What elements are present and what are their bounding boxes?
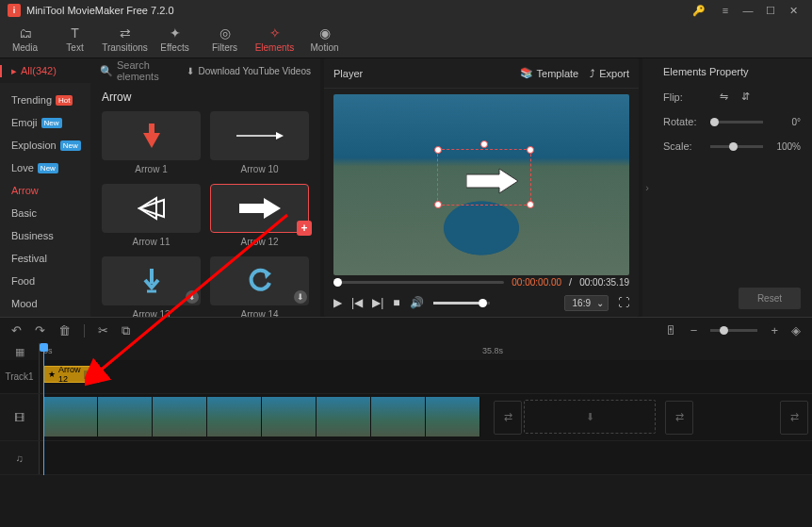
properties-title: Elements Property [663,66,801,77]
library-all-tab[interactable]: ▸ All(342) [0,65,90,77]
flip-horizontal-button[interactable]: ⇋ [720,91,728,103]
audio-tool-button[interactable]: 🎚 [665,323,677,338]
transitions-icon: ⇄ [120,25,131,41]
time-total: 00:00:35.19 [579,277,629,288]
element-label: Arrow 13 [132,309,170,317]
audio-track[interactable] [40,441,812,474]
category-food[interactable]: Food [0,270,90,292]
category-love[interactable]: LoveNew [0,156,90,179]
export-button[interactable]: ⤴Export [590,68,629,79]
tab-effects[interactable]: ✦Effects [150,21,200,58]
search-input[interactable]: 🔍Search elements [90,59,187,82]
category-nature[interactable]: Nature [0,315,90,317]
volume-slider[interactable] [433,302,490,305]
video-clip[interactable] [43,397,480,436]
category-festival[interactable]: Festival [0,247,90,270]
element-card[interactable]: Arrow 1 [102,111,201,174]
timeline-ruler[interactable]: 0s 35.8s [40,343,812,360]
timeline-toolbar: ↶ ↷ 🗑 ✂ ⧉ 🎚 − + ◈ [0,317,812,343]
zoom-fit-button[interactable]: ◈ [791,323,801,338]
svg-rect-5 [239,204,264,213]
scale-slider[interactable] [710,145,763,148]
rotate-slider[interactable] [710,121,763,124]
title-bar: i MiniTool MovieMaker Free 7.2.0 🔑 ≡ — ☐… [0,0,812,21]
category-explosion[interactable]: ExplosionNew [0,134,90,156]
element-card[interactable]: ⬇Arrow 13 [102,256,201,317]
download-icon: ⬇ [187,66,194,76]
player-panel: Player 📚Template ⤴Export 00:00:00.00 / 0… [324,58,639,317]
rotate-value: 0° [771,117,801,127]
transition-slot-button[interactable]: ⇄ [665,401,693,435]
preview-canvas[interactable] [333,94,629,275]
svg-marker-8 [466,169,518,193]
reset-button[interactable]: Reset [739,288,801,309]
crop-button[interactable]: ⧉ [122,323,130,338]
element-card[interactable]: ⬇Arrow 14 [210,256,309,317]
flip-vertical-button[interactable]: ⇵ [741,91,750,103]
playhead[interactable] [43,343,44,475]
category-mood[interactable]: Mood [0,292,90,315]
redo-button[interactable]: ↷ [35,323,45,338]
category-trending[interactable]: TrendingHot [0,89,90,111]
tab-text[interactable]: TText [50,21,100,58]
close-button[interactable]: ✕ [782,2,804,19]
add-element-button[interactable]: + [297,221,312,236]
element-card[interactable]: Arrow 11 [102,184,201,247]
maximize-button[interactable]: ☐ [759,2,782,19]
panel-collapse-button[interactable]: › [642,58,652,317]
tab-filters[interactable]: ◎Filters [200,21,250,58]
effects-icon: ✦ [170,25,181,41]
undo-button[interactable]: ↶ [11,323,22,338]
svg-marker-2 [276,132,284,140]
group-title: Arrow [102,91,309,104]
menu-icon[interactable]: ≡ [714,2,737,19]
download-youtube-button[interactable]: ⬇Download YouTube Videos [187,66,320,76]
minimize-button[interactable]: — [737,2,759,19]
volume-icon[interactable]: 🔊 [410,296,424,309]
transition-slot-button[interactable]: ⇄ [780,401,808,435]
stop-button[interactable]: ■ [393,296,399,309]
drop-zone[interactable]: ⬇ [524,400,656,434]
aspect-ratio-select[interactable]: 16:9 ⌄ [564,295,609,311]
category-emoji[interactable]: EmojiNew [0,111,90,134]
zoom-slider[interactable] [710,329,757,332]
progress-bar[interactable]: 00:00:00.00 / 00:00:35.19 [324,275,639,288]
player-title: Player [333,68,363,79]
download-badge[interactable]: ⬇ [294,290,307,304]
element-card[interactable]: +Arrow 12 [210,184,309,247]
template-button[interactable]: 📚Template [520,67,579,79]
arrow-overlay[interactable] [466,167,523,195]
zoom-in-button[interactable]: + [771,323,778,338]
export-icon: ⤴ [590,68,595,79]
category-basic[interactable]: Basic [0,202,90,224]
element-label: Arrow 1 [135,164,167,174]
tab-transitions[interactable]: ⇄Transitions [100,21,150,58]
fullscreen-button[interactable]: ⛶ [618,296,629,309]
element-card[interactable]: Arrow 10 [210,111,309,174]
folder-icon: 🗂 [19,25,32,41]
category-arrow[interactable]: Arrow [0,179,90,202]
chevron-down-icon: ⌄ [596,298,604,308]
category-business[interactable]: Business [0,224,90,247]
text-icon: T [71,25,79,41]
tab-motion[interactable]: ◉Motion [300,21,349,58]
library-panel: ▸ All(342) 🔍Search elements ⬇Download Yo… [0,58,320,317]
transition-slot-button[interactable]: ⇄ [494,401,522,435]
download-badge[interactable]: ⬇ [186,290,199,304]
timeline: ▦ 0s 35.8s Track1 ★ Arrow 12 5s 🎞 ⇄ ⬇ ⇄ … [0,343,812,475]
split-button[interactable]: ✂ [98,323,108,338]
license-key-icon[interactable]: 🔑 [688,2,710,19]
delete-button[interactable]: 🗑 [58,323,71,338]
tab-media[interactable]: 🗂Media [0,21,50,58]
element-clip[interactable]: ★ Arrow 12 5s [43,366,100,383]
prev-frame-button[interactable]: |◀ [351,296,363,309]
svg-marker-6 [264,198,281,219]
zoom-out-button[interactable]: − [690,323,698,338]
tab-elements[interactable]: ✧Elements [250,21,300,58]
preview-track-icon[interactable]: ▦ [0,343,40,360]
star-icon: ★ [48,370,56,379]
audio-track-icon[interactable]: ♫ [0,441,40,474]
play-button[interactable]: ▶ [333,296,342,309]
video-track-icon[interactable]: 🎞 [0,394,40,440]
next-frame-button[interactable]: ▶| [372,296,383,309]
